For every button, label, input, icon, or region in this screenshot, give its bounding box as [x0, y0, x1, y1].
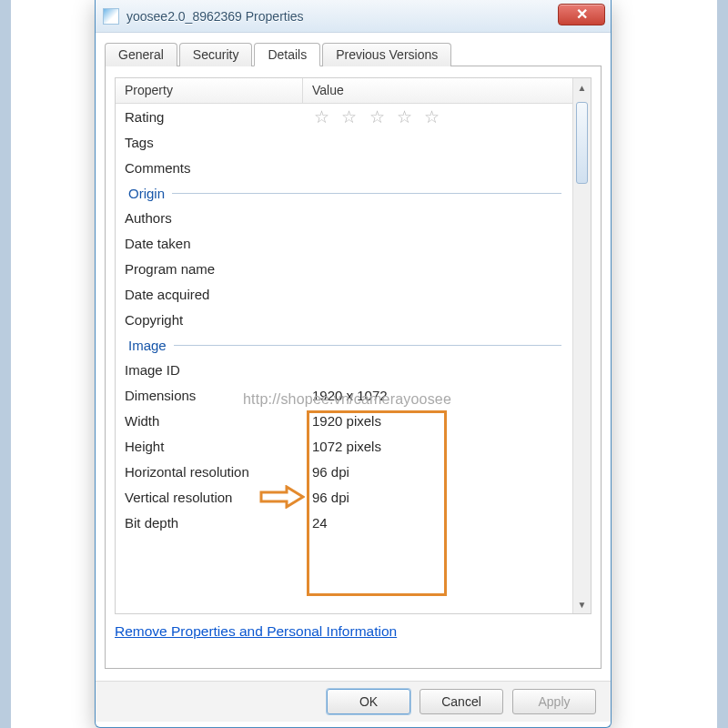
row-height[interactable]: Height 1072 pixels [116, 433, 572, 459]
group-divider [174, 345, 561, 346]
list-body[interactable]: Rating ☆ ☆ ☆ ☆ ☆ Tags Comments Origin [116, 104, 572, 613]
group-image: Image [116, 332, 572, 357]
prop-label: Tags [116, 135, 303, 150]
prop-value: 96 dpi [303, 490, 572, 505]
row-date-taken[interactable]: Date taken [116, 230, 572, 256]
scroll-up-icon[interactable]: ▲ [573, 78, 591, 96]
row-width[interactable]: Width 1920 pixels [116, 408, 572, 433]
row-vertical-resolution[interactable]: Vertical resolution 96 dpi [116, 484, 572, 510]
row-tags[interactable]: Tags [116, 129, 572, 155]
row-image-id[interactable]: Image ID [116, 357, 572, 382]
tab-general[interactable]: General [105, 43, 177, 66]
list-header: Property Value [116, 78, 591, 104]
group-label-text: Image [128, 338, 167, 353]
row-copyright[interactable]: Copyright [116, 307, 572, 332]
row-authors[interactable]: Authors [116, 205, 572, 230]
prop-label: Authors [116, 210, 303, 226]
prop-label: Width [116, 413, 303, 429]
prop-label: Image ID [116, 362, 303, 378]
ok-button[interactable]: OK [327, 689, 410, 714]
prop-value: 1072 pixels [303, 439, 572, 454]
column-header-value[interactable]: Value [303, 78, 591, 103]
row-rating[interactable]: Rating ☆ ☆ ☆ ☆ ☆ [116, 104, 572, 129]
window-title: yoosee2.0_8962369 Properties [126, 9, 558, 24]
tab-details[interactable]: Details [254, 43, 320, 66]
scroll-down-icon[interactable]: ▼ [573, 595, 591, 613]
prop-value: 24 [303, 515, 572, 531]
row-horizontal-resolution[interactable]: Horizontal resolution 96 dpi [116, 459, 572, 484]
prop-label: Date acquired [116, 287, 303, 302]
prop-label: Copyright [116, 312, 303, 328]
scroll-thumb[interactable] [576, 102, 588, 184]
prop-label: Date taken [116, 236, 303, 251]
group-origin: Origin [116, 180, 572, 205]
prop-value: 1920 pixels [303, 413, 572, 429]
properties-dialog: yoosee2.0_8962369 Properties ✕ General S… [95, 0, 612, 728]
row-comments[interactable]: Comments [116, 155, 572, 180]
app-icon [103, 8, 119, 25]
prop-label: Bit depth [116, 515, 303, 531]
group-label-text: Origin [128, 186, 165, 201]
remove-properties-link[interactable]: Remove Properties and Personal Informati… [115, 623, 397, 640]
details-list: Property Value Rating ☆ ☆ ☆ ☆ ☆ Tags Com… [115, 77, 592, 614]
tab-strip: General Security Details Previous Versio… [105, 42, 602, 66]
cancel-button[interactable]: Cancel [420, 689, 503, 714]
row-dimensions[interactable]: Dimensions 1920 x 1072 [116, 382, 572, 408]
close-button[interactable]: ✕ [558, 4, 605, 25]
dialog-content: General Security Details Previous Versio… [96, 33, 611, 669]
prop-value: 96 dpi [303, 464, 572, 480]
prop-value: 1920 x 1072 [303, 388, 572, 403]
row-date-acquired[interactable]: Date acquired [116, 281, 572, 307]
tab-panel-details: Property Value Rating ☆ ☆ ☆ ☆ ☆ Tags Com… [105, 66, 602, 669]
tab-security[interactable]: Security [179, 43, 253, 66]
prop-label: Vertical resolution [116, 490, 303, 505]
prop-label: Comments [116, 160, 303, 176]
apply-button: Apply [512, 689, 596, 714]
row-bit-depth[interactable]: Bit depth 24 [116, 510, 572, 535]
row-program-name[interactable]: Program name [116, 256, 572, 281]
prop-label: Horizontal resolution [116, 464, 303, 480]
close-icon: ✕ [576, 5, 588, 23]
tab-previous-versions[interactable]: Previous Versions [322, 43, 451, 66]
column-header-property[interactable]: Property [116, 78, 303, 103]
group-divider [172, 193, 561, 194]
prop-label: Dimensions [116, 388, 303, 403]
vertical-scrollbar[interactable]: ▲ ▼ [572, 78, 591, 613]
titlebar: yoosee2.0_8962369 Properties ✕ [96, 0, 611, 33]
prop-label: Rating [116, 109, 303, 125]
prop-label: Program name [116, 261, 303, 277]
prop-label: Height [116, 439, 303, 454]
dialog-button-row: OK Cancel Apply [96, 681, 611, 722]
rating-stars-icon[interactable]: ☆ ☆ ☆ ☆ ☆ [312, 107, 443, 126]
